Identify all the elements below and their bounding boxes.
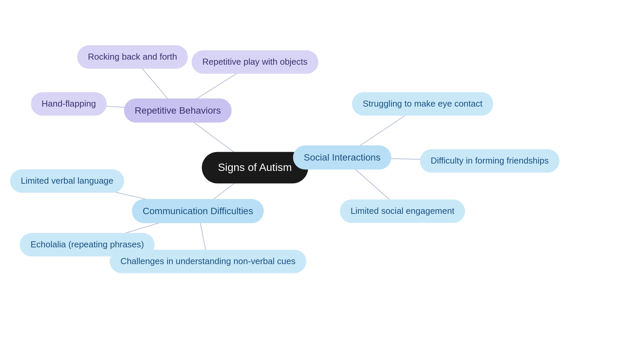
node-handFlapping: Hand-flapping — [31, 92, 107, 116]
node-repetitivePlay: Repetitive play with objects — [192, 50, 318, 74]
node-nonVerbalCues: Challenges in understanding non-verbal c… — [110, 250, 306, 273]
node-socialInteractions: Social Interactions — [293, 145, 391, 170]
node-communicationDifficulties: Communication Difficulties — [132, 199, 264, 223]
node-formingFriendships: Difficulty in forming friendships — [420, 149, 559, 173]
mind-map-container: Signs of AutismRepetitive BehaviorsRocki… — [0, 0, 644, 363]
node-limitedSocialEngagement: Limited social engagement — [340, 199, 465, 223]
node-repetitiveBehaviors: Repetitive Behaviors — [124, 99, 232, 123]
node-center: Signs of Autism — [202, 152, 308, 183]
node-eyeContact: Struggling to make eye contact — [352, 92, 493, 116]
node-limitedVerbalLanguage: Limited verbal language — [10, 169, 124, 193]
node-rockingBackForth: Rocking back and forth — [77, 45, 188, 69]
